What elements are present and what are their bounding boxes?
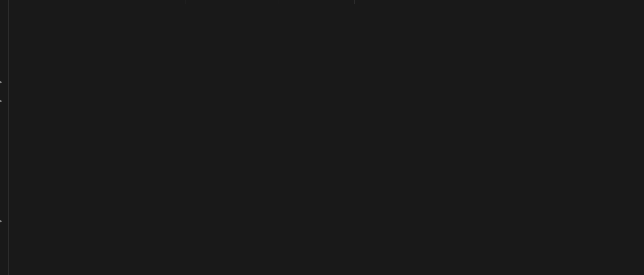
left-gutter xyxy=(3,0,9,275)
column-header-separators xyxy=(19,0,644,2)
